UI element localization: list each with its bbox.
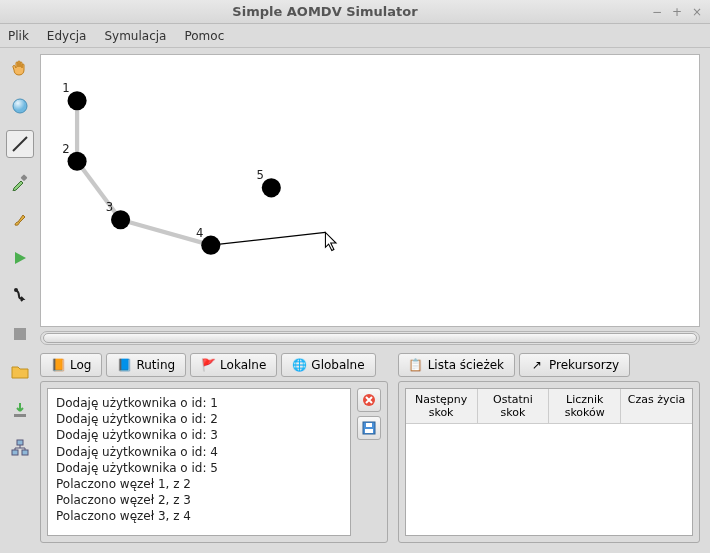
tab-ruting[interactable]: 📘Ruting xyxy=(106,353,186,377)
svg-point-0 xyxy=(13,99,27,113)
log-line: Polaczono węzeł 2, z 3 xyxy=(56,492,342,508)
svg-rect-7 xyxy=(12,450,18,455)
eyedropper-tool[interactable] xyxy=(6,168,34,196)
tab-label: Ruting xyxy=(136,358,175,372)
svg-rect-17 xyxy=(366,423,372,427)
col-nastepny-skok[interactable]: Następny skok xyxy=(406,389,478,424)
app-window: Simple AOMDV Simulator − + × Plik Edycja… xyxy=(0,0,710,553)
canvas[interactable]: 12345 xyxy=(40,54,700,327)
svg-rect-6 xyxy=(17,440,23,445)
tab-globalne[interactable]: 🌐Globalne xyxy=(281,353,375,377)
network-button[interactable] xyxy=(6,434,34,462)
menu-help[interactable]: Pomoc xyxy=(184,29,224,43)
tab-lokalne[interactable]: 🚩Lokalne xyxy=(190,353,277,377)
graph-node[interactable]: 3 xyxy=(106,200,130,229)
graph-node[interactable]: 5 xyxy=(256,168,280,197)
share-icon: ↗ xyxy=(530,358,544,372)
tab-log[interactable]: 📙Log xyxy=(40,353,102,377)
ruting-icon: 📘 xyxy=(117,358,131,372)
step-button[interactable] xyxy=(6,282,34,310)
svg-point-10 xyxy=(68,152,87,171)
clear-log-button[interactable] xyxy=(357,388,381,412)
bottom-panels: 📙Log 📘Ruting 🚩Lokalne 🌐Globalne Dodaję u… xyxy=(40,353,700,543)
node-label: 1 xyxy=(62,81,69,95)
save-log-button[interactable] xyxy=(357,416,381,440)
col-licznik-skokow[interactable]: Licznik skoków xyxy=(549,389,621,424)
menu-edit[interactable]: Edycja xyxy=(47,29,87,43)
left-panel: 📙Log 📘Ruting 🚩Lokalne 🌐Globalne Dodaję u… xyxy=(40,353,388,543)
open-button[interactable] xyxy=(6,358,34,386)
svg-point-3 xyxy=(14,288,18,292)
hand-tool[interactable] xyxy=(6,54,34,82)
window-title: Simple AOMDV Simulator xyxy=(6,4,644,19)
node-tool[interactable] xyxy=(6,92,34,120)
brush-tool[interactable] xyxy=(6,206,34,234)
edge[interactable] xyxy=(77,161,121,219)
right-tabs: 📋Lista ścieżek ↗Prekursorzy xyxy=(398,353,700,377)
toolbar xyxy=(0,48,40,553)
log-line: Dodaję użytkownika o id: 3 xyxy=(56,427,342,443)
node-label: 4 xyxy=(196,226,203,240)
horizontal-scrollbar[interactable] xyxy=(40,331,700,345)
log-line: Dodaję użytkownika o id: 1 xyxy=(56,395,342,411)
svg-rect-4 xyxy=(14,328,26,340)
tab-label: Globalne xyxy=(311,358,364,372)
col-ostatni-skok[interactable]: Ostatni skok xyxy=(478,389,550,424)
canvas-svg[interactable]: 12345 xyxy=(41,55,699,326)
tab-lista-sciezek[interactable]: 📋Lista ścieżek xyxy=(398,353,515,377)
svg-point-11 xyxy=(111,210,130,229)
svg-rect-5 xyxy=(14,414,26,417)
tab-label: Lista ścieżek xyxy=(428,358,504,372)
menubar: Plik Edycja Symulacja Pomoc xyxy=(0,24,710,48)
log-line: Polaczono węzeł 1, z 2 xyxy=(56,476,342,492)
close-button[interactable]: × xyxy=(690,5,704,19)
log-buttons xyxy=(357,388,381,536)
line-tool[interactable] xyxy=(6,130,34,158)
col-czas-zycia[interactable]: Czas życia xyxy=(621,389,692,424)
maximize-button[interactable]: + xyxy=(670,5,684,19)
log-output: Dodaję użytkownika o id: 1Dodaję użytkow… xyxy=(47,388,351,536)
svg-rect-2 xyxy=(20,174,27,181)
log-panel-body: Dodaję użytkownika o id: 1Dodaję użytkow… xyxy=(40,381,388,543)
paths-panel-body: Następny skok Ostatni skok Licznik skokó… xyxy=(398,381,700,543)
right-panel: 📋Lista ścieżek ↗Prekursorzy Następny sko… xyxy=(398,353,700,543)
tab-label: Prekursorzy xyxy=(549,358,619,372)
flag-icon: 🚩 xyxy=(201,358,215,372)
log-line: Dodaję użytkownika o id: 5 xyxy=(56,460,342,476)
svg-point-9 xyxy=(68,91,87,110)
left-tabs: 📙Log 📘Ruting 🚩Lokalne 🌐Globalne xyxy=(40,353,388,377)
log-icon: 📙 xyxy=(51,358,65,372)
titlebar: Simple AOMDV Simulator − + × xyxy=(0,0,710,24)
cursor-icon xyxy=(325,232,336,250)
svg-rect-8 xyxy=(22,450,28,455)
table-header: Następny skok Ostatni skok Licznik skokó… xyxy=(406,389,692,424)
main-area: 12345 📙Log 📘Ruting 🚩Lokalne 🌐Globalne Do… xyxy=(40,48,710,553)
svg-point-13 xyxy=(262,178,281,197)
log-line: Dodaję użytkownika o id: 4 xyxy=(56,444,342,460)
node-label: 2 xyxy=(62,142,69,156)
drawing-line xyxy=(211,232,326,245)
node-label: 5 xyxy=(256,168,263,182)
tab-label: Lokalne xyxy=(220,358,266,372)
log-line: Polaczono węzeł 3, z 4 xyxy=(56,508,342,524)
minimize-button[interactable]: − xyxy=(650,5,664,19)
list-icon: 📋 xyxy=(409,358,423,372)
tab-label: Log xyxy=(70,358,91,372)
tab-prekursorzy[interactable]: ↗Prekursorzy xyxy=(519,353,630,377)
content-area: 12345 📙Log 📘Ruting 🚩Lokalne 🌐Globalne Do… xyxy=(0,48,710,553)
scrollbar-thumb[interactable] xyxy=(43,333,697,343)
menu-simulation[interactable]: Symulacja xyxy=(104,29,166,43)
svg-rect-16 xyxy=(365,429,373,433)
svg-line-1 xyxy=(13,137,27,151)
svg-point-12 xyxy=(201,236,220,255)
graph-node[interactable]: 2 xyxy=(62,142,86,171)
stop-button[interactable] xyxy=(6,320,34,348)
log-line: Dodaję użytkownika o id: 2 xyxy=(56,411,342,427)
graph-node[interactable]: 1 xyxy=(62,81,86,110)
paths-table[interactable]: Następny skok Ostatni skok Licznik skokó… xyxy=(405,388,693,536)
globe-icon: 🌐 xyxy=(292,358,306,372)
menu-file[interactable]: Plik xyxy=(8,29,29,43)
play-button[interactable] xyxy=(6,244,34,272)
node-label: 3 xyxy=(106,200,113,214)
download-button[interactable] xyxy=(6,396,34,424)
